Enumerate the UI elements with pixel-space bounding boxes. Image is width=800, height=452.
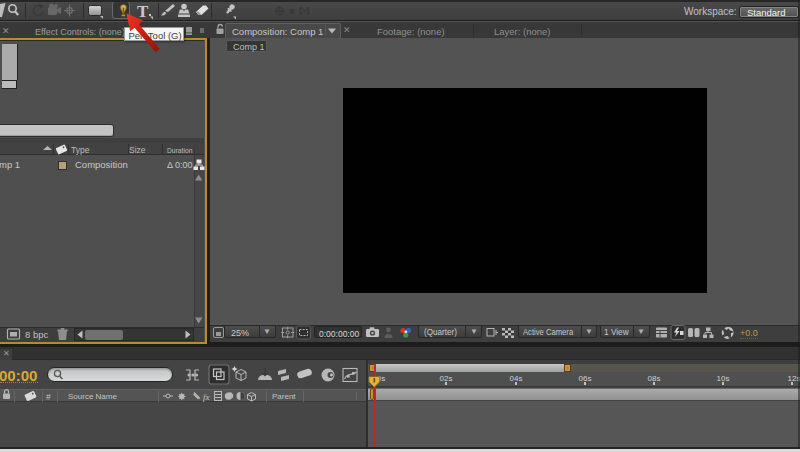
svg-text:fx: fx [203,392,210,402]
